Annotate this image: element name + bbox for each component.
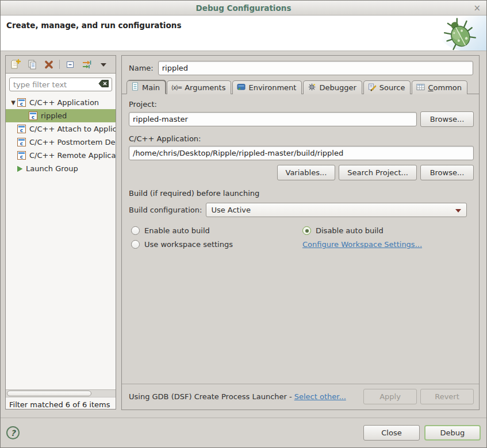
dialog-footer: ? Close Debug <box>1 418 486 447</box>
clear-filter-icon[interactable] <box>98 79 109 90</box>
project-label: Project: <box>129 100 472 109</box>
c-application-icon <box>29 111 37 120</box>
debug-button[interactable]: Debug <box>424 425 481 441</box>
project-input[interactable] <box>129 112 417 126</box>
application-browse-button[interactable]: Browse... <box>420 165 474 180</box>
source-icon <box>368 83 377 93</box>
tree-item-label: C/C++ Application <box>29 98 99 107</box>
toolbar-separator <box>59 60 60 69</box>
tree-item-rippled[interactable]: rippled <box>6 109 116 122</box>
window-close-icon[interactable]: × <box>473 3 481 13</box>
c-application-icon <box>17 98 26 107</box>
scrollbar-thumb[interactable] <box>7 391 91 396</box>
titlebar[interactable]: Debug Configurations × <box>1 1 486 16</box>
tree-item-label: C/C++ Postmortem Debugger <box>29 138 116 146</box>
variables-button[interactable]: Variables... <box>277 165 336 180</box>
name-label: Name: <box>129 64 154 72</box>
table-icon <box>416 83 425 92</box>
filter-configurations-icon[interactable] <box>80 58 93 71</box>
radio-checked-icon[interactable] <box>302 226 311 235</box>
filter-box <box>9 78 112 91</box>
chevron-down-icon <box>455 209 461 213</box>
application-path-input[interactable] <box>129 146 474 160</box>
radio-icon[interactable] <box>131 226 140 235</box>
tree-item-label: Launch Group <box>26 164 78 173</box>
project-browse-button[interactable]: Browse... <box>420 111 474 127</box>
radio-use-workspace-settings[interactable]: Use workspace settings <box>131 240 302 249</box>
revert-button[interactable]: Revert <box>420 389 474 404</box>
configurations-sidebar: ▼ C/C++ Application rippled C/C++ Attach… <box>5 55 116 410</box>
radio-enable-auto-build[interactable]: Enable auto build <box>131 226 302 235</box>
launcher-text: Using GDB (DSF) Create Process Launcher … <box>129 392 292 401</box>
filter-row <box>6 74 116 94</box>
tree-item-launch-group[interactable]: Launch Group <box>6 162 116 175</box>
debugger-icon <box>308 83 316 93</box>
apply-button[interactable]: Apply <box>363 389 417 404</box>
launch-group-icon <box>17 166 22 172</box>
environment-icon <box>237 83 246 92</box>
main-tab-content: Project: Browse... C/C++ Application: Va… <box>122 94 479 410</box>
tree-item-remote[interactable]: C/C++ Remote Application <box>6 149 116 162</box>
window-title: Debug Configurations <box>196 3 292 13</box>
configurations-tree: ▼ C/C++ Application rippled C/C++ Attach… <box>6 94 116 389</box>
c-application-icon <box>17 151 26 160</box>
configure-workspace-settings-link[interactable]: Configure Workspace Settings... <box>302 240 422 249</box>
launcher-row: Using GDB (DSF) Create Process Launcher … <box>122 384 479 410</box>
tab-debugger[interactable]: Debugger <box>303 80 362 94</box>
c-application-icon <box>17 138 26 146</box>
tree-item-cpp-application[interactable]: ▼ C/C++ Application <box>6 96 116 109</box>
radio-disable-auto-build[interactable]: Disable auto build <box>302 226 472 235</box>
help-button[interactable]: ? <box>6 426 20 439</box>
expander-icon[interactable]: ▼ <box>9 99 17 106</box>
close-button[interactable]: Close <box>363 425 420 441</box>
document-icon <box>131 82 139 92</box>
horizontal-scrollbar[interactable] <box>6 389 116 397</box>
tree-item-label: C/C++ Remote Application <box>29 151 116 160</box>
tree-item-attach[interactable]: C/C++ Attach to Application <box>6 122 116 136</box>
menu-dropdown-icon[interactable] <box>97 58 110 71</box>
sidebar-toolbar <box>6 56 116 74</box>
build-configuration-select[interactable]: Use Active <box>206 203 467 217</box>
tab-source[interactable]: Source <box>363 80 411 94</box>
filter-input[interactable] <box>13 80 98 89</box>
application-label: C/C++ Application: <box>129 134 472 143</box>
configuration-detail-panel: Name: Main (x)= Arguments Environment De… <box>121 55 480 410</box>
filter-status: Filter matched 6 of 6 items <box>6 397 116 409</box>
tab-common[interactable]: Common <box>412 80 467 94</box>
name-row: Name: <box>122 56 479 80</box>
build-configuration-label: Build configuration: <box>129 206 202 214</box>
tree-item-label: C/C++ Attach to Application <box>29 125 116 133</box>
tab-arguments[interactable]: (x)= Arguments <box>167 80 231 94</box>
name-input[interactable] <box>158 61 473 75</box>
debug-configurations-dialog: Debug Configurations × Create, <box>0 0 487 448</box>
tab-environment[interactable]: Environment <box>232 80 302 94</box>
duplicate-configuration-icon[interactable] <box>26 58 39 71</box>
auto-build-options: Enable auto build Disable auto build Use… <box>131 226 472 249</box>
new-configuration-icon[interactable] <box>9 58 22 71</box>
dialog-subtitle: Create, manage, and run configurations <box>6 21 181 30</box>
tree-item-postmortem[interactable]: C/C++ Postmortem Debugger <box>6 136 116 149</box>
collapse-all-icon[interactable] <box>64 58 76 71</box>
select-other-link[interactable]: Select other... <box>294 392 346 401</box>
search-project-button[interactable]: Search Project... <box>339 165 417 180</box>
tree-item-label: rippled <box>41 111 67 120</box>
c-application-icon <box>17 125 26 133</box>
dialog-header: Create, manage, and run configurations <box>1 16 486 51</box>
tab-main[interactable]: Main <box>126 80 166 94</box>
radio-icon[interactable] <box>131 240 140 249</box>
tabbar: Main (x)= Arguments Environment Debugger… <box>122 80 479 94</box>
arguments-icon: (x)= <box>171 84 182 91</box>
delete-configuration-icon[interactable] <box>43 58 55 71</box>
build-section-label: Build (if required) before launching <box>129 189 472 198</box>
